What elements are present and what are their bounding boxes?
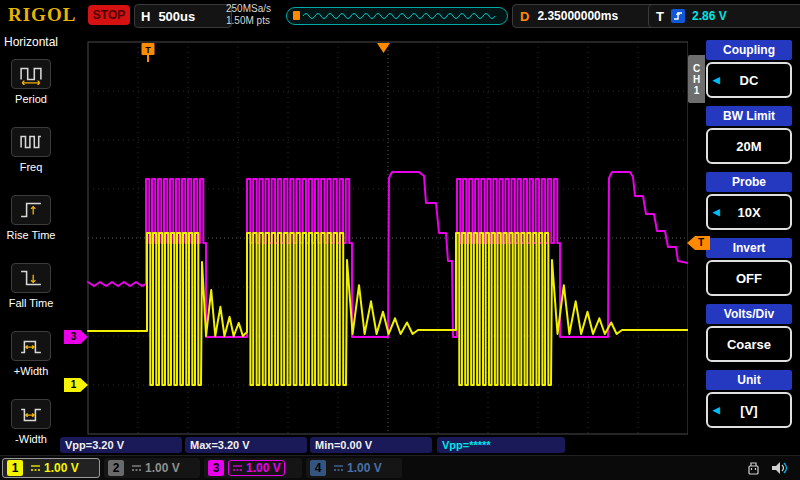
channel-status-bar: 11.00 V21.00 V31.00 V41.00 V	[0, 455, 800, 480]
chevron-left-icon: ◀	[713, 75, 720, 85]
dc-coupling-icon	[232, 462, 243, 474]
measurement-chip-2[interactable]: Max=3.20 V	[185, 437, 307, 453]
sidebar-title: Horizontal	[0, 30, 62, 51]
menu-item-value[interactable]: ◀[V]	[706, 392, 792, 428]
sidebar-item--width[interactable]: +Width	[0, 323, 62, 391]
chevron-left-icon: ◀	[713, 405, 720, 415]
menu-item-value[interactable]: 20M	[706, 128, 792, 164]
channel-number-badge: 4	[310, 460, 326, 476]
menu-item-label: Invert	[706, 238, 792, 258]
trigger-position-waveform-icon	[287, 8, 507, 24]
menu-item-value-text: DC	[740, 73, 759, 88]
channel-scale-value: 1.00 V	[330, 461, 385, 475]
channel-scale-value: 1.00 V	[128, 461, 183, 475]
freq-icon	[11, 127, 51, 157]
pwidth-icon	[11, 331, 51, 361]
measurement-chip-4[interactable]: Vpp=*****	[437, 437, 565, 453]
channel-chip-4[interactable]: 41.00 V	[306, 458, 402, 478]
delay-value: 2.35000000ms	[537, 9, 618, 23]
measurement-chip-1[interactable]: Vpp=3.20 V	[60, 437, 182, 453]
menu-item-label: Probe	[706, 172, 792, 192]
sidebar-item-period[interactable]: Period	[0, 51, 62, 119]
measurement-chip-3[interactable]: Min=0.00 V	[310, 437, 432, 453]
usb-icon	[744, 459, 762, 480]
sidebar-item-label: Rise Time	[7, 229, 56, 241]
menu-item-volts-div[interactable]: Volts/DivCoarse	[706, 304, 792, 362]
menu-item-value-text: OFF	[736, 271, 762, 286]
measure-sidebar: Horizontal PeriodFreqRise TimeFall Time+…	[0, 30, 62, 455]
sidebar-item--width[interactable]: -Width	[0, 391, 62, 459]
channel-scale-value: 1.00 V	[27, 461, 82, 475]
menu-item-label: Volts/Div	[706, 304, 792, 324]
sidebar-item-label: Freq	[20, 161, 43, 173]
memory-depth: 1.50M pts	[226, 15, 271, 27]
h-label: H	[141, 9, 150, 24]
dc-coupling-icon	[30, 462, 41, 474]
trigger-chip[interactable]: T 2.86 V	[648, 4, 800, 28]
t-label: T	[656, 9, 664, 24]
menu-item-label: BW Limit	[706, 106, 792, 126]
menu-item-value[interactable]: Coarse	[706, 326, 792, 362]
trigger-position-bar[interactable]	[286, 7, 508, 25]
nwidth-icon	[11, 399, 51, 429]
menu-item-label: Unit	[706, 370, 792, 390]
menu-item-value-text: [V]	[740, 403, 757, 418]
sidebar-item-freq[interactable]: Freq	[0, 119, 62, 187]
channel-number-badge: 3	[208, 460, 224, 476]
channel-number-badge: 2	[108, 460, 124, 476]
oscilloscope-screen: RIGOL STOP H 500us 250MSa/s 1.50M pts D …	[0, 0, 800, 480]
sample-rate: 250MSa/s	[226, 3, 271, 15]
menu-tab-ch1: CH1	[688, 55, 705, 103]
d-label: D	[520, 9, 529, 24]
menu-item-value[interactable]: ◀DC	[706, 62, 792, 98]
dc-coupling-icon	[131, 462, 142, 474]
svg-text:T: T	[145, 45, 151, 55]
horizontal-timebase-chip[interactable]: H 500us	[134, 4, 232, 28]
menu-item-value-text: 10X	[737, 205, 760, 220]
menu-item-unit[interactable]: Unit◀[V]	[706, 370, 792, 428]
trigger-position-icon	[377, 43, 390, 53]
delay-chip[interactable]: D 2.35000000ms	[512, 4, 658, 28]
trigger-level-value: 2.86 V	[692, 9, 727, 23]
sidebar-item-fall-time[interactable]: Fall Time	[0, 255, 62, 323]
top-bar: RIGOL STOP H 500us 250MSa/s 1.50M pts D …	[0, 0, 800, 31]
channel-chip-1[interactable]: 11.00 V	[2, 458, 100, 478]
chevron-left-icon: ◀	[713, 207, 720, 217]
menu-item-value[interactable]: ◀10X	[706, 194, 792, 230]
channel-chip-2[interactable]: 21.00 V	[104, 458, 200, 478]
dc-coupling-icon	[333, 462, 344, 474]
waveform-display: T	[62, 30, 688, 455]
run-status-badge[interactable]: STOP	[88, 5, 130, 25]
channel-number-badge: 1	[7, 460, 23, 476]
menu-item-invert[interactable]: InvertOFF	[706, 238, 792, 296]
period-icon	[11, 59, 51, 89]
sidebar-item-label: Fall Time	[9, 297, 54, 309]
menu-item-bw-limit[interactable]: BW Limit20M	[706, 106, 792, 164]
menu-item-coupling[interactable]: Coupling◀DC	[706, 40, 792, 98]
sidebar-item-label: -Width	[15, 433, 47, 445]
menu-item-value[interactable]: OFF	[706, 260, 792, 296]
fall-icon	[11, 263, 51, 293]
channel-chip-3[interactable]: 31.00 V	[204, 458, 302, 478]
menu-item-probe[interactable]: Probe◀10X	[706, 172, 792, 230]
acquisition-info: 250MSa/s 1.50M pts	[226, 3, 271, 27]
menu-item-label: Coupling	[706, 40, 792, 60]
sidebar-item-rise-time[interactable]: Rise Time	[0, 187, 62, 255]
sidebar-item-label: +Width	[14, 365, 49, 377]
trigger-edge-icon	[671, 9, 685, 23]
speaker-icon[interactable]	[770, 459, 788, 480]
rise-icon	[11, 195, 51, 225]
menu-item-value-text: Coarse	[727, 337, 771, 352]
channel-scale-value: 1.00 V	[228, 460, 285, 476]
brand-logo: RIGOL	[8, 4, 76, 26]
timebase-value: 500us	[158, 9, 195, 24]
menu-item-value-text: 20M	[736, 139, 761, 154]
sidebar-item-label: Period	[15, 93, 47, 105]
